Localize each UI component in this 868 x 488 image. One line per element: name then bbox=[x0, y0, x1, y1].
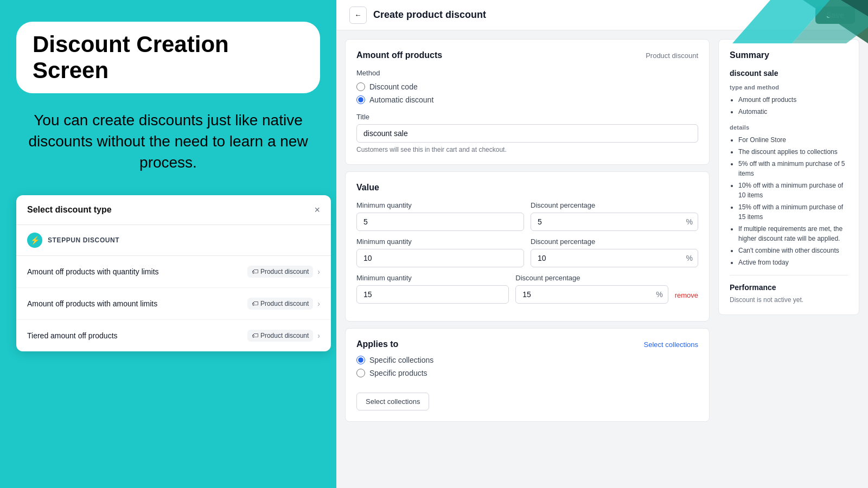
main-form: Amount off products Product discount Met… bbox=[345, 39, 710, 479]
summary-panel: Summary discount sale type and method Am… bbox=[718, 39, 859, 315]
item-right-0: 🏷 Product discount › bbox=[247, 266, 320, 278]
list-item[interactable]: Amount off products with quantity limits… bbox=[16, 256, 331, 288]
badge-label-0: Product discount bbox=[260, 268, 309, 275]
remove-row-link[interactable]: remove bbox=[675, 291, 698, 304]
chevron-icon-1: › bbox=[317, 299, 320, 308]
list-item[interactable]: Amount off products with amount limits 🏷… bbox=[16, 288, 331, 320]
performance-title: Performance bbox=[730, 283, 848, 292]
applies-to-radio-group: Specific collections Specific products bbox=[356, 356, 698, 377]
title-helper: Customers will see this in their cart an… bbox=[356, 146, 698, 153]
min-qty-input-1[interactable] bbox=[356, 213, 524, 231]
deco-svg bbox=[662, 0, 868, 43]
summary-discount-name: discount sale bbox=[730, 69, 848, 78]
summary-list-item: The discount applies to collections bbox=[738, 147, 848, 157]
discount-type-modal: Select discount type × ⚡ STEPPUN DISCOUN… bbox=[16, 195, 331, 351]
select-collections-button[interactable]: Select collections bbox=[356, 393, 429, 410]
discount-pct-label-2: Discount percentage bbox=[531, 237, 698, 246]
method-radio-group: Discount code Automatic discount bbox=[356, 82, 698, 104]
specific-products-label: Specific products bbox=[369, 369, 427, 377]
min-qty-label-3: Minimum quantity bbox=[356, 274, 509, 282]
value-card: Value Minimum quantity Discount percenta… bbox=[345, 171, 710, 322]
chevron-icon-2: › bbox=[317, 331, 320, 340]
applies-to-card: Applies to Select collections Specific c… bbox=[345, 328, 710, 422]
automatic-discount-label: Automatic discount bbox=[369, 95, 433, 104]
percent-symbol-3: % bbox=[656, 290, 662, 299]
value-row-2: Minimum quantity Discount percentage % bbox=[356, 237, 698, 267]
discount-pct-group-1: Discount percentage % bbox=[531, 201, 698, 231]
discount-pct-input-3[interactable] bbox=[515, 285, 668, 304]
back-arrow-icon: ← bbox=[354, 11, 361, 19]
tag-icon-2: 🏷 bbox=[252, 332, 258, 339]
amount-off-card: Amount off products Product discount Met… bbox=[345, 39, 710, 165]
method-label: Method bbox=[356, 69, 698, 77]
discount-pct-group-3: Discount percentage % bbox=[515, 274, 668, 304]
min-qty-label-2: Minimum quantity bbox=[356, 237, 524, 246]
content-area: Amount off products Product discount Met… bbox=[336, 30, 868, 488]
title-input[interactable] bbox=[356, 124, 698, 143]
discount-code-radio[interactable] bbox=[356, 82, 365, 91]
decorative-triangles bbox=[662, 0, 868, 43]
summary-list-item: 15% off with a minimum purchase of 15 it… bbox=[738, 202, 848, 222]
specific-products-radio[interactable] bbox=[356, 369, 365, 377]
modal-title: Select discount type bbox=[27, 205, 112, 215]
min-qty-group-1: Minimum quantity bbox=[356, 201, 524, 231]
discount-pct-group-2: Discount percentage % bbox=[531, 237, 698, 267]
badge-label-2: Product discount bbox=[260, 332, 309, 339]
summary-list-item: Active from today bbox=[738, 258, 848, 267]
list-item[interactable]: Tiered amount off products 🏷 Product dis… bbox=[16, 320, 331, 351]
discount-pct-input-1[interactable] bbox=[531, 213, 698, 231]
brand-name: STEPPUN DISCOUNT bbox=[48, 236, 119, 244]
summary-divider bbox=[730, 275, 848, 275]
select-collections-link[interactable]: Select collections bbox=[644, 341, 698, 349]
title-field-label: Title bbox=[356, 113, 698, 121]
specific-collections-radio[interactable] bbox=[356, 356, 365, 364]
back-button[interactable]: ← bbox=[349, 7, 367, 24]
right-panel: ← Create product discount Save Amount of… bbox=[336, 0, 868, 488]
value-row-1: Minimum quantity Discount percentage % bbox=[356, 201, 698, 231]
modal-close-button[interactable]: × bbox=[314, 205, 320, 215]
automatic-discount-radio[interactable] bbox=[356, 95, 365, 104]
summary-list-item: Can't combine with other discounts bbox=[738, 246, 848, 255]
min-qty-input-3[interactable] bbox=[356, 285, 509, 304]
page-title: Create product discount bbox=[373, 9, 486, 21]
specific-collections-label: Specific collections bbox=[369, 356, 433, 364]
specific-products-option[interactable]: Specific products bbox=[356, 369, 698, 377]
automatic-discount-option[interactable]: Automatic discount bbox=[356, 95, 698, 104]
summary-list-item: For Online Store bbox=[738, 135, 848, 145]
badge-2: 🏷 Product discount bbox=[247, 330, 313, 342]
modal-header: Select discount type × bbox=[16, 195, 331, 225]
details-list: For Online Store The discount applies to… bbox=[730, 135, 848, 267]
main-heading: Discount Creation Screen bbox=[16, 22, 320, 93]
summary-list-item: Automatic bbox=[738, 107, 848, 117]
summary-list-item: If multiple requirements are met, the hi… bbox=[738, 224, 848, 243]
performance-text: Discount is not active yet. bbox=[730, 296, 848, 304]
details-label: details bbox=[730, 124, 848, 131]
summary-list-item: 5% off with a minimum purchase of 5 item… bbox=[738, 159, 848, 178]
discount-pct-label-1: Discount percentage bbox=[531, 201, 698, 209]
item-label-1: Amount off products with amount limits bbox=[27, 299, 157, 308]
subtitle-text: You can create discounts just like nativ… bbox=[16, 110, 320, 174]
card-header: Amount off products Product discount bbox=[356, 50, 698, 60]
discount-pct-input-wrapper-1: % bbox=[531, 213, 698, 231]
discount-pct-label-3: Discount percentage bbox=[515, 274, 668, 282]
min-qty-label-1: Minimum quantity bbox=[356, 201, 524, 209]
summary-title: Summary bbox=[730, 50, 848, 60]
title-field-group: Title Customers will see this in their c… bbox=[356, 113, 698, 153]
brand-row: ⚡ STEPPUN DISCOUNT bbox=[16, 225, 331, 256]
amount-off-badge: Product discount bbox=[646, 52, 698, 60]
discount-code-option[interactable]: Discount code bbox=[356, 82, 698, 91]
item-right-1: 🏷 Product discount › bbox=[247, 298, 320, 310]
badge-label-1: Product discount bbox=[260, 300, 309, 307]
chevron-icon-0: › bbox=[317, 267, 320, 276]
amount-off-title: Amount off products bbox=[356, 50, 442, 60]
summary-list-item: 10% off with a minimum purchase of 10 it… bbox=[738, 181, 848, 200]
tag-icon-0: 🏷 bbox=[252, 268, 258, 275]
percent-symbol-2: % bbox=[686, 254, 693, 262]
item-right-2: 🏷 Product discount › bbox=[247, 330, 320, 342]
badge-1: 🏷 Product discount bbox=[247, 298, 313, 310]
min-qty-input-2[interactable] bbox=[356, 249, 524, 267]
discount-pct-input-2[interactable] bbox=[531, 249, 698, 267]
specific-collections-option[interactable]: Specific collections bbox=[356, 356, 698, 364]
discount-code-label: Discount code bbox=[369, 82, 418, 91]
percent-symbol-1: % bbox=[686, 217, 693, 226]
